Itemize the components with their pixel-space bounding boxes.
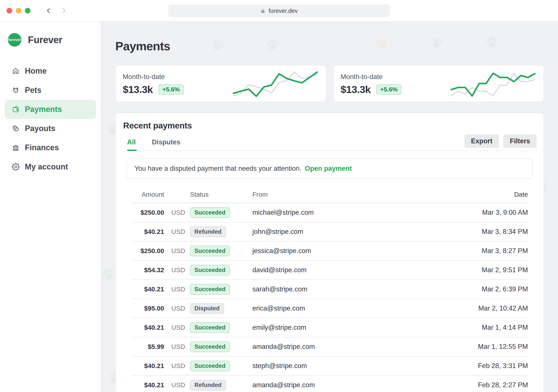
cell-from: amanda@stripe.com <box>253 381 458 389</box>
cell-date: Mar 3, 9:00 AM <box>458 209 528 216</box>
gear-icon <box>12 163 20 171</box>
wallet-icon <box>12 105 20 113</box>
cell-from: amanda@stripe.com <box>253 343 458 351</box>
sparkline-chart <box>449 70 537 98</box>
metric-card-month-to-date-1: Month-to-date $13.3k +5.6% <box>115 65 326 102</box>
filters-button[interactable]: Filters <box>503 134 537 148</box>
table-row[interactable]: $40.21 USD Succeeded sarah@stripe.com Ma… <box>132 280 528 298</box>
sidebar-item-payouts[interactable]: Payouts <box>5 119 96 138</box>
browser-back-button[interactable] <box>45 7 52 14</box>
cell-amount: $40.21 <box>132 324 164 331</box>
cell-date: Feb 28, 3:31 PM <box>458 362 528 370</box>
cell-status: Refunded <box>190 380 253 391</box>
dispute-notice-banner: You have a disputed payment that needs y… <box>127 158 533 179</box>
column-header-amount: Amount <box>132 191 164 198</box>
zoom-window-button[interactable] <box>25 8 31 14</box>
metric-delta-badge: +5.6% <box>158 84 184 95</box>
cell-amount: $250.00 <box>132 209 164 216</box>
export-button[interactable]: Export <box>464 134 499 148</box>
browser-chrome: furever.dev <box>0 0 558 22</box>
cell-status: Disputed <box>190 303 253 314</box>
payments-table-body: $250.00 USD Succeeded michael@stripe.com… <box>132 203 528 392</box>
coins-icon <box>12 125 20 132</box>
table-row[interactable]: $40.21 USD Refunded amanda@stripe.com Fe… <box>132 376 528 392</box>
table-header-row: Amount Status From Date <box>132 186 528 203</box>
cell-status: Refunded <box>190 227 253 237</box>
cell-amount: $40.21 <box>132 286 164 293</box>
status-badge: Succeeded <box>190 341 230 352</box>
table-row[interactable]: $250.00 USD Succeeded michael@stripe.com… <box>132 203 528 222</box>
cell-amount: $250.00 <box>132 247 164 255</box>
address-bar[interactable]: furever.dev <box>168 5 390 17</box>
sidebar-item-label: My account <box>25 162 68 171</box>
cell-status: Succeeded <box>190 265 253 275</box>
lock-icon <box>260 8 265 14</box>
sidebar-item-label: Home <box>25 66 47 76</box>
cell-amount: $40.21 <box>132 381 164 389</box>
cell-amount: $95.00 <box>132 305 164 312</box>
table-row[interactable]: $54.32 USD Succeeded david@stripe.com Ma… <box>132 261 528 279</box>
table-row[interactable]: $250.00 USD Succeeded jessica@stripe.com… <box>132 241 528 260</box>
notice-text: You have a disputed payment that needs y… <box>134 165 301 172</box>
section-title: Recent payments <box>123 121 537 130</box>
status-badge: Disputed <box>190 303 224 314</box>
cell-from: sarah@stripe.com <box>253 285 458 293</box>
tab-all[interactable]: All <box>127 133 136 151</box>
cell-status: Succeeded <box>190 341 253 352</box>
minimize-window-button[interactable] <box>16 8 21 14</box>
cell-amount: $40.21 <box>132 362 164 370</box>
cell-amount: $5.99 <box>132 343 164 350</box>
sidebar-item-finances[interactable]: Finances <box>5 138 96 157</box>
sidebar-nav: Home Pets <box>0 61 101 176</box>
sidebar-item-label: Payouts <box>25 124 55 133</box>
cell-status: Succeeded <box>190 361 253 371</box>
close-window-button[interactable] <box>7 8 12 14</box>
cell-from: steph@stripe.com <box>253 362 458 370</box>
cell-date: Mar 3, 8:27 PM <box>458 247 528 255</box>
status-badge: Succeeded <box>190 322 230 333</box>
status-badge: Succeeded <box>190 246 230 256</box>
status-badge: Succeeded <box>190 361 230 371</box>
column-header-from: From <box>253 191 458 198</box>
cell-currency: USD <box>164 381 190 389</box>
recent-payments-card: Recent payments All Disputes Export Filt… <box>115 113 544 392</box>
main-content: Payments Month-to-date $13.3k +5.6% Mont… <box>101 22 558 392</box>
cell-status: Succeeded <box>190 246 253 256</box>
sidebar-item-pets[interactable]: Pets <box>5 81 96 100</box>
cell-amount: $40.21 <box>132 228 164 235</box>
cell-date: Mar 2, 10:42 AM <box>458 305 528 312</box>
cell-currency: USD <box>164 286 190 293</box>
chevron-right-icon <box>61 7 67 14</box>
payments-tabs: All Disputes <box>123 133 181 151</box>
table-row[interactable]: $40.21 USD Refunded john@stripe.com Mar … <box>132 222 528 241</box>
tabs-divider <box>123 151 537 151</box>
cell-from: jessica@stripe.com <box>253 247 458 255</box>
brand-logo[interactable]: furever Furever <box>8 33 101 47</box>
table-row[interactable]: $95.00 USD Disputed erica@stripe.com Mar… <box>132 299 528 318</box>
cell-date: Feb 28, 2:27 PM <box>458 381 528 389</box>
cell-status: Succeeded <box>190 284 253 295</box>
table-row[interactable]: $40.21 USD Succeeded emily@stripe.com Ma… <box>132 318 528 337</box>
status-badge: Succeeded <box>190 265 230 275</box>
sidebar: furever Furever Home Pets <box>0 22 101 392</box>
open-payment-link[interactable]: Open payment <box>305 165 352 172</box>
tab-disputes[interactable]: Disputes <box>152 133 181 151</box>
sidebar-item-label: Pets <box>25 85 41 95</box>
sidebar-item-my-account[interactable]: My account <box>5 157 96 176</box>
cell-currency: USD <box>164 324 190 331</box>
cell-date: Mar 2, 6:39 PM <box>458 285 528 293</box>
sidebar-item-payments[interactable]: Payments <box>5 100 96 119</box>
cell-amount: $54.32 <box>132 266 164 274</box>
table-row[interactable]: $40.21 USD Succeeded steph@stripe.com Fe… <box>132 357 528 375</box>
cell-from: emily@stripe.com <box>253 324 458 332</box>
browser-forward-button[interactable] <box>60 7 68 14</box>
sidebar-item-home[interactable]: Home <box>5 61 96 81</box>
table-row[interactable]: $5.99 USD Succeeded amanda@stripe.com Ma… <box>132 337 528 356</box>
dog-icon <box>12 86 20 94</box>
cell-currency: USD <box>164 209 190 216</box>
cell-status: Succeeded <box>190 207 253 218</box>
metric-delta-badge: +5.6% <box>376 84 401 95</box>
cell-date: Mar 3, 8:34 PM <box>458 228 528 236</box>
cell-currency: USD <box>164 247 190 255</box>
cell-currency: USD <box>164 362 190 370</box>
